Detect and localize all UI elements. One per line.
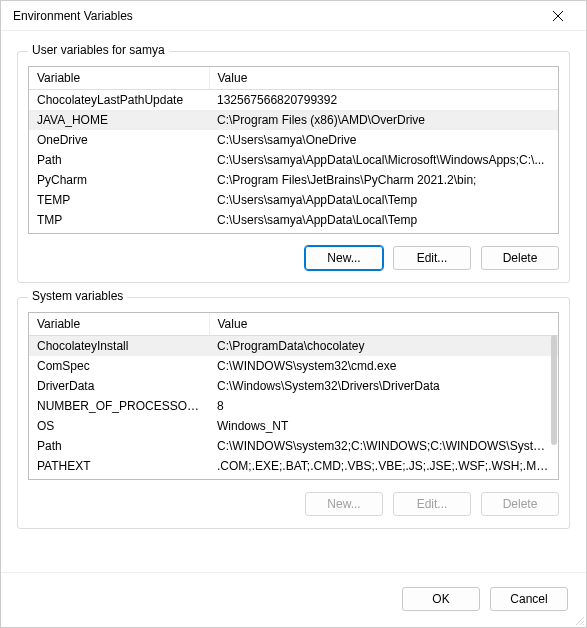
- system-variables-table[interactable]: Variable Value ChocolateyInstallC:\Progr…: [29, 313, 558, 476]
- cell-variable: PATHEXT: [29, 456, 209, 476]
- table-row[interactable]: ChocolateyLastPathUpdate1325675668207993…: [29, 90, 558, 111]
- table-row[interactable]: PATHEXT.COM;.EXE;.BAT;.CMD;.VBS;.VBE;.JS…: [29, 456, 558, 476]
- table-row[interactable]: OneDriveC:\Users\samya\OneDrive: [29, 130, 558, 150]
- cell-variable: ComSpec: [29, 356, 209, 376]
- scrollbar-thumb[interactable]: [551, 335, 557, 445]
- table-row[interactable]: TEMPC:\Users\samya\AppData\Local\Temp: [29, 190, 558, 210]
- cell-variable: PyCharm: [29, 170, 209, 190]
- cell-value: .COM;.EXE;.BAT;.CMD;.VBS;.VBE;.JS;.JSE;.…: [209, 456, 558, 476]
- table-row[interactable]: PyCharmC:\Program Files\JetBrains\PyChar…: [29, 170, 558, 190]
- system-delete-button[interactable]: Delete: [481, 492, 559, 516]
- dialog-footer: OK Cancel: [1, 572, 586, 627]
- table-row[interactable]: NUMBER_OF_PROCESSORS8: [29, 396, 558, 416]
- cell-variable: DriverData: [29, 376, 209, 396]
- svg-line-2: [576, 617, 584, 625]
- dialog-content: User variables for samya Variable Value …: [1, 31, 586, 560]
- system-new-button[interactable]: New...: [305, 492, 383, 516]
- cell-variable: Path: [29, 436, 209, 456]
- titlebar: Environment Variables: [1, 1, 586, 31]
- cell-value: 8: [209, 396, 558, 416]
- system-variables-label: System variables: [28, 289, 127, 303]
- cell-value: C:\Users\samya\AppData\Local\Temp: [209, 190, 558, 210]
- table-row[interactable]: DriverDataC:\Windows\System32\Drivers\Dr…: [29, 376, 558, 396]
- table-row[interactable]: PathC:\Users\samya\AppData\Local\Microso…: [29, 150, 558, 170]
- cell-variable: NUMBER_OF_PROCESSORS: [29, 396, 209, 416]
- cell-value: C:\ProgramData\chocolatey: [209, 336, 558, 357]
- user-variables-table[interactable]: Variable Value ChocolateyLastPathUpdate1…: [29, 67, 558, 230]
- cell-variable: TEMP: [29, 190, 209, 210]
- cell-value: C:\WINDOWS\system32\cmd.exe: [209, 356, 558, 376]
- cell-variable: TMP: [29, 210, 209, 230]
- cancel-button[interactable]: Cancel: [490, 587, 568, 611]
- svg-line-4: [583, 624, 584, 625]
- cell-variable: OneDrive: [29, 130, 209, 150]
- table-header-row: Variable Value: [29, 67, 558, 90]
- user-delete-button[interactable]: Delete: [481, 246, 559, 270]
- ok-button[interactable]: OK: [402, 587, 480, 611]
- system-edit-button[interactable]: Edit...: [393, 492, 471, 516]
- user-buttons-row: New... Edit... Delete: [28, 246, 559, 270]
- cell-variable: ChocolateyInstall: [29, 336, 209, 357]
- system-buttons-row: New... Edit... Delete: [28, 492, 559, 516]
- table-row[interactable]: ChocolateyInstallC:\ProgramData\chocolat…: [29, 336, 558, 357]
- system-variables-group: System variables Variable Value Chocolat…: [17, 297, 570, 529]
- cell-value: C:\Users\samya\AppData\Local\Temp: [209, 210, 558, 230]
- cell-value: C:\Program Files\JetBrains\PyCharm 2021.…: [209, 170, 558, 190]
- user-new-button[interactable]: New...: [305, 246, 383, 270]
- cell-variable: OS: [29, 416, 209, 436]
- resize-grip[interactable]: [573, 614, 585, 626]
- window-title: Environment Variables: [13, 9, 133, 23]
- user-variables-label: User variables for samya: [28, 43, 169, 57]
- system-variables-table-wrap: Variable Value ChocolateyInstallC:\Progr…: [28, 312, 559, 480]
- cell-variable: Path: [29, 150, 209, 170]
- table-header-row: Variable Value: [29, 313, 558, 336]
- table-row[interactable]: ComSpecC:\WINDOWS\system32\cmd.exe: [29, 356, 558, 376]
- cell-value: C:\Users\samya\AppData\Local\Microsoft\W…: [209, 150, 558, 170]
- cell-value: C:\Users\samya\OneDrive: [209, 130, 558, 150]
- col-header-value[interactable]: Value: [209, 313, 558, 336]
- table-row[interactable]: PathC:\WINDOWS\system32;C:\WINDOWS;C:\WI…: [29, 436, 558, 456]
- cell-value: Windows_NT: [209, 416, 558, 436]
- col-header-variable[interactable]: Variable: [29, 67, 209, 90]
- cell-variable: ChocolateyLastPathUpdate: [29, 90, 209, 111]
- cell-variable: JAVA_HOME: [29, 110, 209, 130]
- close-icon: [553, 8, 563, 24]
- table-row[interactable]: OSWindows_NT: [29, 416, 558, 436]
- cell-value: C:\WINDOWS\system32;C:\WINDOWS;C:\WINDOW…: [209, 436, 558, 456]
- cell-value: C:\Windows\System32\Drivers\DriverData: [209, 376, 558, 396]
- environment-variables-dialog: Environment Variables User variables for…: [0, 0, 587, 628]
- cell-value: 132567566820799392: [209, 90, 558, 111]
- col-header-variable[interactable]: Variable: [29, 313, 209, 336]
- user-variables-table-wrap: Variable Value ChocolateyLastPathUpdate1…: [28, 66, 559, 234]
- close-button[interactable]: [538, 2, 578, 30]
- user-edit-button[interactable]: Edit...: [393, 246, 471, 270]
- table-row[interactable]: JAVA_HOMEC:\Program Files (x86)\AMD\Over…: [29, 110, 558, 130]
- user-variables-group: User variables for samya Variable Value …: [17, 51, 570, 283]
- table-row[interactable]: TMPC:\Users\samya\AppData\Local\Temp: [29, 210, 558, 230]
- col-header-value[interactable]: Value: [209, 67, 558, 90]
- cell-value: C:\Program Files (x86)\AMD\OverDrive: [209, 110, 558, 130]
